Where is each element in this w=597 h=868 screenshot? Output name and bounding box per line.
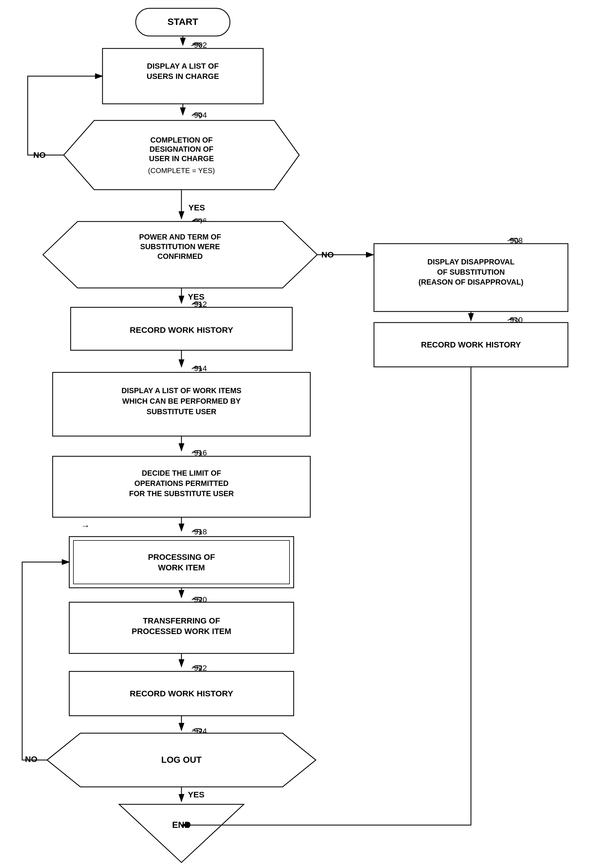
svg-text:PROCESSED WORK ITEM: PROCESSED WORK ITEM (132, 627, 231, 636)
svg-text:904: 904 (194, 111, 207, 119)
svg-text:(REASON OF DISAPPROVAL): (REASON OF DISAPPROVAL) (418, 278, 523, 286)
svg-text:USERS IN CHARGE: USERS IN CHARGE (147, 72, 219, 81)
svg-text:916: 916 (194, 449, 207, 457)
svg-text:914: 914 (194, 364, 207, 373)
svg-text:RECORD WORK HISTORY: RECORD WORK HISTORY (421, 340, 521, 349)
svg-text:DECIDE THE LIMIT OF: DECIDE THE LIMIT OF (142, 469, 221, 477)
svg-text:OF SUBSTITUTION: OF SUBSTITUTION (437, 268, 505, 276)
svg-text:PROCESSING OF: PROCESSING OF (148, 552, 215, 561)
svg-rect-69 (374, 244, 568, 311)
svg-text:LOG OUT: LOG OUT (161, 755, 202, 765)
svg-text:YES: YES (188, 790, 205, 799)
svg-text:OPERATIONS PERMITTED: OPERATIONS PERMITTED (134, 479, 229, 487)
svg-text:DISPLAY DISAPPROVAL: DISPLAY DISAPPROVAL (428, 258, 515, 266)
svg-text:SUBSTITUTE USER: SUBSTITUTE USER (147, 407, 216, 416)
svg-text:USER IN CHARGE: USER IN CHARGE (149, 154, 214, 163)
svg-marker-66 (119, 804, 244, 862)
svg-text:→: → (81, 521, 90, 531)
svg-text:918: 918 (194, 527, 207, 536)
svg-text:DISPLAY A LIST OF: DISPLAY A LIST OF (147, 62, 218, 70)
svg-text:CONFIRMED: CONFIRMED (157, 252, 203, 261)
svg-text:POWER AND TERM OF: POWER AND TERM OF (139, 233, 221, 241)
svg-text:TRANSFERRING OF: TRANSFERRING OF (143, 616, 220, 625)
flowchart: START 902 DISPLAY A LIST OF USERS IN CHA… (0, 0, 597, 868)
svg-text:COMPLETION OF: COMPLETION OF (150, 136, 213, 144)
flowchart-svg: START 902 DISPLAY A LIST OF USERS IN CHA… (0, 0, 597, 868)
svg-text:WORK ITEM: WORK ITEM (158, 563, 205, 572)
svg-text:922: 922 (194, 664, 207, 672)
svg-text:DESIGNATION OF: DESIGNATION OF (150, 145, 214, 153)
svg-text:RECORD WORK HISTORY: RECORD WORK HISTORY (130, 689, 233, 698)
svg-text:YES: YES (189, 203, 205, 212)
svg-text:RECORD WORK HISTORY: RECORD WORK HISTORY (130, 325, 233, 335)
svg-text:(COMPLETE = YES): (COMPLETE = YES) (148, 166, 215, 175)
svg-text:SUBSTITUTION WERE: SUBSTITUTION WERE (140, 243, 220, 251)
svg-text:FOR THE SUBSTITUTE USER: FOR THE SUBSTITUTE USER (129, 490, 234, 498)
svg-rect-47 (73, 541, 290, 584)
svg-text:WHICH CAN BE PERFORMED BY: WHICH CAN BE PERFORMED BY (122, 397, 241, 405)
svg-text:DISPLAY A LIST OF WORK ITEMS: DISPLAY A LIST OF WORK ITEMS (121, 387, 241, 395)
svg-text:START: START (168, 16, 198, 27)
svg-text:NO: NO (25, 754, 37, 764)
